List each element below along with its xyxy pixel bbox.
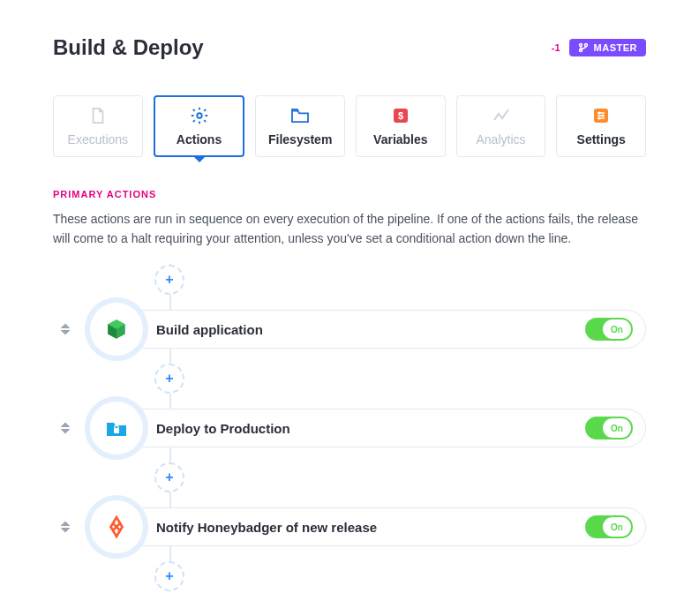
settings-icon — [591, 106, 611, 125]
svg-point-3 — [197, 113, 202, 118]
tab-bar: Executions Actions Filesystem $ — [53, 95, 646, 157]
cube-icon — [105, 318, 128, 341]
actions-chain: + Buil — [53, 264, 646, 592]
branch-label: MASTER — [594, 42, 637, 53]
add-action-button[interactable]: + — [154, 364, 184, 394]
action-toggle[interactable]: On — [585, 318, 633, 341]
plus-icon: + — [165, 568, 173, 584]
tab-executions[interactable]: Executions — [53, 95, 143, 157]
document-icon — [88, 106, 108, 125]
svg-point-2 — [584, 44, 587, 47]
toggle-knob: On — [603, 319, 631, 339]
action-row: Build application On — [53, 303, 646, 356]
branch-badge[interactable]: MASTER — [569, 39, 646, 56]
action-icon-badge — [90, 500, 143, 553]
action-card[interactable]: Deploy to Production On — [116, 409, 646, 447]
tab-label: Actions — [177, 132, 222, 146]
honeybadger-icon — [105, 515, 128, 538]
svg-point-9 — [598, 117, 601, 120]
tab-label: Variables — [373, 132, 428, 146]
plus-icon: + — [165, 272, 173, 288]
drag-handle[interactable] — [53, 317, 78, 342]
action-toggle[interactable]: On — [585, 515, 633, 538]
toggle-knob: On — [603, 418, 631, 438]
action-row: Deploy to Production On — [53, 402, 646, 454]
svg-point-7 — [598, 112, 601, 115]
action-card[interactable]: Notify Honeybadger of new release On — [116, 507, 646, 546]
tab-analytics[interactable]: Analytics — [456, 95, 546, 157]
folder-lock-icon — [105, 418, 128, 438]
tab-label: Settings — [577, 132, 626, 146]
toggle-knob: On — [603, 517, 631, 537]
folder-icon — [290, 106, 310, 125]
add-action-button[interactable]: + — [154, 462, 184, 492]
action-icon-badge — [90, 303, 143, 356]
drag-handle[interactable] — [53, 515, 78, 539]
page-title: Build & Deploy — [53, 35, 204, 60]
section-description: These actions are run in sequence on eve… — [53, 210, 646, 248]
action-title: Notify Honeybadger of new release — [156, 520, 585, 535]
action-toggle[interactable]: On — [585, 417, 633, 439]
section-label: PRIMARY ACTIONS — [53, 189, 646, 199]
page-header: Build & Deploy -1 MASTER — [53, 35, 646, 60]
tab-label: Filesystem — [268, 132, 332, 146]
plus-icon: + — [165, 371, 173, 387]
action-title: Build application — [156, 322, 585, 337]
action-title: Deploy to Production — [156, 421, 585, 436]
variables-icon: $ — [391, 106, 410, 125]
add-action-button[interactable]: + — [154, 265, 184, 295]
tab-label: Executions — [68, 132, 128, 146]
action-row: Notify Honeybadger of new release On — [53, 500, 646, 553]
drag-handle[interactable] — [53, 416, 78, 440]
tab-variables[interactable]: $ Variables — [356, 95, 446, 157]
svg-rect-10 — [114, 428, 119, 433]
action-card[interactable]: Build application On — [116, 310, 646, 349]
tab-label: Analytics — [477, 132, 526, 146]
plus-icon: + — [165, 470, 173, 485]
branch-icon — [578, 42, 589, 53]
execution-counter: -1 — [552, 43, 560, 53]
svg-text:$: $ — [398, 110, 403, 121]
gear-icon — [190, 106, 209, 125]
add-action-button[interactable]: + — [154, 561, 184, 591]
tab-filesystem[interactable]: Filesystem — [255, 95, 345, 157]
tab-settings[interactable]: Settings — [556, 95, 646, 157]
svg-point-8 — [602, 115, 605, 117]
action-icon-badge — [90, 402, 143, 454]
tab-actions[interactable]: Actions — [154, 95, 245, 157]
analytics-icon — [492, 106, 511, 125]
svg-point-0 — [579, 44, 582, 47]
